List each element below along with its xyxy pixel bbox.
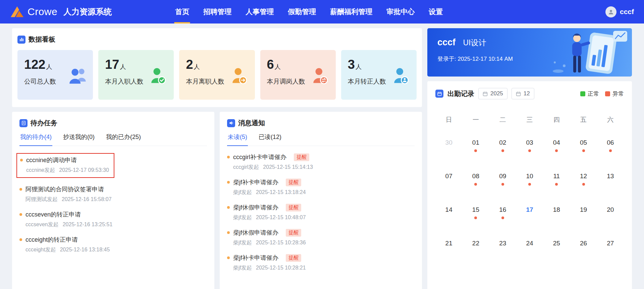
todo-item-meta: cccseven发起2025-12-16 13:25:51 [25,221,207,228]
user-swap-icon [311,67,331,86]
day-number: 18 [553,206,560,213]
todo-title: 待办任务 [31,118,57,128]
attendance-legend: 正常异常 [580,90,624,98]
todo-tabs: 我的待办(4)抄送我的(0)我的已办(25) [19,133,207,146]
calendar-mini-icon [483,91,488,96]
weekday-header: 二 [489,109,516,131]
todo-panel: 待办任务 我的待办(4)抄送我的(0)我的已办(25) cccnine的调动申请… [12,112,214,289]
day-number: 04 [553,139,560,146]
stat-card[interactable]: 17人本月入职人数 [98,50,174,100]
message-list: cccgirl补卡申请催办提醒cccgirl发起2025-12-15 15:14… [227,149,415,275]
remind-badge: 提醒 [294,153,309,161]
day-number: 09 [499,173,506,180]
dashboard-title: 数据看板 [29,35,55,44]
user-out-icon [230,67,250,86]
calendar-day[interactable]: 09 [489,164,516,198]
message-item-title: cccgirl补卡申请催办 [233,153,286,161]
nav-item-4[interactable]: 假勤管理 [281,0,323,23]
calendar-day[interactable]: 06 [597,131,624,164]
message-item[interactable]: cccgirl补卡申请催办提醒cccgirl发起2025-12-15 15:14… [227,149,415,175]
calendar-day[interactable]: 12 [570,164,597,198]
attendance-dot [582,149,585,152]
nav-item-5[interactable]: 薪酬福利管理 [323,0,379,23]
calendar-day[interactable]: 10 [516,164,543,198]
messages-tab-2[interactable]: 已读(12) [258,133,282,146]
legend-label: 异常 [612,90,624,98]
day-number: 27 [607,240,614,247]
day-number: 08 [472,173,479,180]
attendance-dot [501,149,504,152]
calendar-day[interactable]: 14 [435,198,462,232]
calendar-day[interactable]: 03 [516,131,543,164]
remind-badge: 提醒 [286,204,301,211]
calendar-day[interactable]: 23 [489,232,516,265]
attendance-dot [555,183,558,186]
todo-item[interactable]: cccseven的转正申请cccseven发起2025-12-16 13:25:… [19,207,207,232]
stat-unit: 人 [46,63,52,70]
year-value: 2025 [490,90,503,97]
stat-card[interactable]: 6人本月调岗人数 [260,50,336,100]
todo-tab-1[interactable]: 我的待办(4) [19,133,52,146]
message-item[interactable]: 柴jf补卡申请催办提醒柴jf发起2025-12-15 10:28:21 [227,250,415,275]
attendance-dot [474,216,477,219]
calendar-day[interactable]: 13 [597,164,624,198]
calendar-day[interactable]: 20 [597,198,624,232]
day-number: 07 [445,173,452,180]
calendar-day[interactable]: 04 [543,131,570,164]
weekday-header: 日 [435,109,462,131]
user-check-icon [149,67,169,86]
calendar-day[interactable]: 19 [570,198,597,232]
weekday-header: 六 [597,109,624,131]
calendar-day[interactable]: 01 [462,131,489,164]
stat-unit: 人 [275,63,281,70]
nav-item-3[interactable]: 人事管理 [238,0,281,23]
nav-item-2[interactable]: 招聘管理 [196,0,238,23]
legend-item: 正常 [580,90,599,98]
todo-tab-3[interactable]: 我的已办(25) [105,133,142,146]
calendar-day[interactable]: 11 [543,164,570,198]
todo-item[interactable]: 阿狸测试的合同协议签署申请阿狸测试发起2025-12-16 15:58:07 [19,182,207,207]
calendar-day[interactable]: 05 [570,131,597,164]
calendar-day[interactable]: 24 [516,232,543,265]
attendance-panel: 出勤记录 2025 12 正常异常 日一二三四五六300102030405060… [427,81,632,289]
calendar-day[interactable]: 07 [435,164,462,198]
nav-item-7[interactable]: 设置 [422,0,450,23]
calendar-day[interactable]: 22 [462,232,489,265]
nav-item-1[interactable]: 首页 [168,0,196,23]
stat-card[interactable]: 2人本月离职人数 [179,50,255,100]
user-menu[interactable]: cccf [605,6,634,17]
day-number: 13 [607,173,614,180]
calendar-day[interactable]: 26 [570,232,597,265]
calendar-mini-icon [516,91,521,96]
user-badge-icon [392,67,412,86]
calendar-day[interactable]: 25 [543,232,570,265]
calendar-day[interactable]: 30 [435,131,462,164]
month-select[interactable]: 12 [512,88,534,99]
todo-item[interactable]: cccnine的调动申请cccnine发起2025-12-17 09:53:30 [19,149,207,182]
bullet-dot [19,188,22,191]
todo-item-title: cccnine的调动申请 [26,156,77,164]
calendar-day[interactable]: 16 [489,198,516,232]
message-item[interactable]: 柴jf补卡申请催办提醒柴jf发起2025-12-15 13:18:24 [227,175,415,200]
username: cccf [620,8,634,16]
stat-card[interactable]: 3人本月转正人数 [341,50,417,100]
calendar-day[interactable]: 21 [435,232,462,265]
stat-card[interactable]: 122人公司总人数 [17,50,93,100]
message-item-title: 柴jf休假申请催办 [233,229,278,237]
todo-tab-2[interactable]: 抄送我的(0) [62,133,95,146]
messages-tab-1[interactable]: 未读(5) [227,133,248,146]
calendar-day[interactable]: 02 [489,131,516,164]
calendar-day[interactable]: 08 [462,164,489,198]
message-item-meta: 柴jf发起2025-12-15 10:48:07 [233,214,415,221]
message-item[interactable]: 柴jf休假申请催办提醒柴jf发起2025-12-15 10:48:07 [227,200,415,225]
nav-item-6[interactable]: 审批中心 [379,0,422,23]
todo-item[interactable]: ccceight的转正申请ccceight发起2025-12-16 13:18:… [19,232,207,257]
calendar-day[interactable]: 15 [462,198,489,232]
calendar-day[interactable]: 17 [516,198,543,232]
calendar-day[interactable]: 27 [597,232,624,265]
bullet-dot [227,231,230,234]
message-item[interactable]: 柴jf休假申请催办提醒柴jf发起2025-12-15 10:28:36 [227,225,415,250]
calendar-day[interactable]: 18 [543,198,570,232]
year-select[interactable]: 2025 [478,88,507,99]
task-list-icon [19,119,28,127]
